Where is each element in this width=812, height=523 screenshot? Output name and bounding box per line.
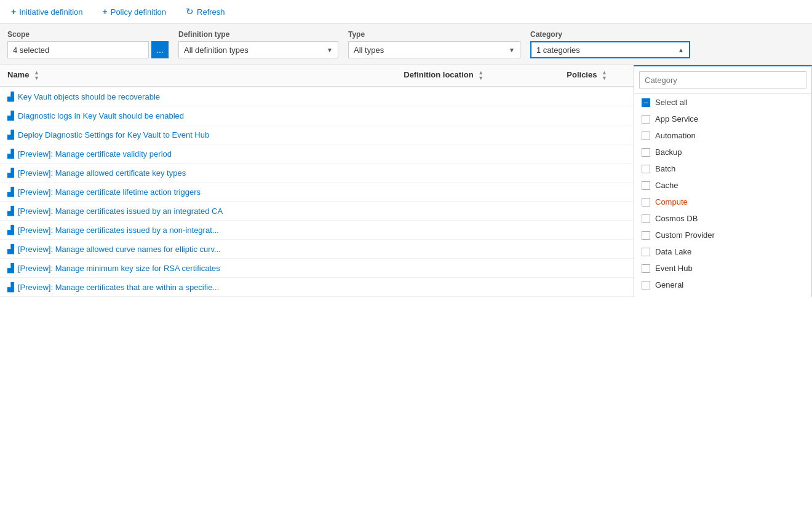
cell-name-2: ▟ Deploy Diagnostic Settings for Key Vau… xyxy=(0,125,396,144)
category-search-area xyxy=(634,66,811,94)
policy-icon-10: ▟ xyxy=(7,282,14,292)
scope-input[interactable] xyxy=(7,41,149,58)
cell-name-10: ▟ [Preview]: Manage certificates that ar… xyxy=(0,278,396,297)
scope-ellipsis-button[interactable]: ... xyxy=(151,41,169,58)
cell-defloc-0 xyxy=(396,87,559,106)
category-label-10: Event Hub xyxy=(655,264,804,273)
category-item[interactable]: Custom Provider xyxy=(634,227,811,243)
category-item[interactable]: Cosmos DB xyxy=(634,210,811,227)
checkbox-6 xyxy=(642,198,650,206)
category-panel: – Select all App Service Automation Back… xyxy=(634,65,812,297)
col-name[interactable]: Name ▲▼ xyxy=(0,65,396,87)
category-value: 1 categories xyxy=(536,45,580,55)
col-definition-location[interactable]: Definition location ▲▼ xyxy=(396,65,559,87)
initiative-definition-button[interactable]: + Initiative definition xyxy=(7,4,87,19)
definition-type-value: All definition types xyxy=(184,45,249,55)
category-item[interactable]: Automation xyxy=(634,127,811,144)
checkbox-9 xyxy=(642,248,650,256)
checkbox-0: – xyxy=(642,98,650,107)
refresh-button[interactable]: ↻ Refresh xyxy=(182,4,229,20)
refresh-label: Refresh xyxy=(197,7,225,17)
category-label-0: Select all xyxy=(655,98,804,107)
policy-icon-9: ▟ xyxy=(7,263,14,273)
cell-name-9: ▟ [Preview]: Manage minimum key size for… xyxy=(0,259,396,278)
row-name-link-5[interactable]: ▟ [Preview]: Manage certificate lifetime… xyxy=(7,187,389,197)
category-item[interactable]: – Select all xyxy=(634,94,811,111)
cell-name-0: ▟ Key Vault objects should be recoverabl… xyxy=(0,87,396,106)
row-name-link-7[interactable]: ▟ [Preview]: Manage certificates issued … xyxy=(7,225,389,235)
cell-name-4: ▟ [Preview]: Manage allowed certificate … xyxy=(0,163,396,183)
type-label: Type xyxy=(348,30,520,39)
category-item[interactable]: General xyxy=(634,277,811,293)
policy-icon-0: ▟ xyxy=(7,92,14,101)
cell-defloc-3 xyxy=(396,144,559,163)
checkbox-10 xyxy=(642,264,650,273)
category-item[interactable]: Backup xyxy=(634,144,811,160)
category-item[interactable]: App Service xyxy=(634,111,811,127)
category-filter: Category 1 categories ▲ xyxy=(530,30,690,58)
category-item[interactable]: Guest Configuration xyxy=(634,293,811,297)
cell-name-1: ▟ Diagnostic logs in Key Vault should be… xyxy=(0,106,396,125)
category-label-4: Batch xyxy=(655,164,804,173)
type-dropdown[interactable]: All types ▼ xyxy=(348,41,520,58)
category-item[interactable]: Data Lake xyxy=(634,243,811,260)
policy-icon-3: ▟ xyxy=(7,149,14,159)
sort-icon-policies: ▲▼ xyxy=(602,70,607,81)
chevron-up-icon: ▲ xyxy=(678,47,684,53)
definition-type-label: Definition type xyxy=(178,30,338,39)
refresh-icon: ↻ xyxy=(186,6,194,17)
sort-icon-name: ▲▼ xyxy=(34,70,39,81)
category-dropdown[interactable]: 1 categories ▲ xyxy=(530,41,690,58)
category-item[interactable]: Compute xyxy=(634,194,811,210)
scope-filter: Scope ... xyxy=(7,30,169,58)
checkbox-2 xyxy=(642,132,650,140)
row-name-link-2[interactable]: ▟ Deploy Diagnostic Settings for Key Vau… xyxy=(7,130,389,140)
sort-icon-defloc: ▲▼ xyxy=(478,70,484,81)
category-label-1: App Service xyxy=(655,114,804,124)
checkbox-3 xyxy=(642,148,650,157)
row-name-link-10[interactable]: ▟ [Preview]: Manage certificates that ar… xyxy=(7,282,389,292)
category-label-2: Automation xyxy=(655,131,804,140)
definition-type-dropdown[interactable]: All definition types ▼ xyxy=(178,41,338,58)
row-name-link-4[interactable]: ▟ [Preview]: Manage allowed certificate … xyxy=(7,168,389,178)
cell-defloc-5 xyxy=(396,183,559,202)
cell-name-6: ▟ [Preview]: Manage certificates issued … xyxy=(0,202,396,221)
checkbox-5 xyxy=(642,181,650,190)
policy-icon-8: ▟ xyxy=(7,244,14,254)
category-label-8: Custom Provider xyxy=(655,230,804,240)
cell-defloc-1 xyxy=(396,106,559,125)
row-name-link-9[interactable]: ▟ [Preview]: Manage minimum key size for… xyxy=(7,263,389,273)
category-item[interactable]: Event Hub xyxy=(634,260,811,277)
cell-defloc-10 xyxy=(396,278,559,297)
checkbox-4 xyxy=(642,165,650,173)
category-item[interactable]: Batch xyxy=(634,160,811,177)
checkbox-7 xyxy=(642,214,650,223)
chevron-down-icon-2: ▼ xyxy=(509,47,515,53)
policy-icon-2: ▟ xyxy=(7,130,14,140)
category-label-11: General xyxy=(655,280,804,289)
category-search-input[interactable] xyxy=(639,71,806,88)
row-name-link-6[interactable]: ▟ [Preview]: Manage certificates issued … xyxy=(7,206,389,216)
category-label-6: Compute xyxy=(655,197,804,206)
policy-icon-4: ▟ xyxy=(7,168,14,178)
scope-input-row: ... xyxy=(7,41,169,58)
policy-icon-5: ▟ xyxy=(7,187,14,197)
category-label: Category xyxy=(530,30,690,39)
category-item[interactable]: Cache xyxy=(634,177,811,194)
cell-defloc-8 xyxy=(396,240,559,259)
category-label-5: Cache xyxy=(655,181,804,190)
cell-name-8: ▟ [Preview]: Manage allowed curve names … xyxy=(0,240,396,259)
checkbox-11 xyxy=(642,281,650,289)
policy-definition-button[interactable]: + Policy definition xyxy=(99,4,170,19)
chevron-down-icon: ▼ xyxy=(327,47,333,53)
initiative-definition-label: Initiative definition xyxy=(19,7,82,17)
row-name-link-3[interactable]: ▟ [Preview]: Manage certificate validity… xyxy=(7,149,389,159)
type-value: All types xyxy=(354,45,384,55)
policy-definition-label: Policy definition xyxy=(111,7,166,17)
row-name-link-0[interactable]: ▟ Key Vault objects should be recoverabl… xyxy=(7,92,389,101)
plus-icon: + xyxy=(11,7,16,17)
cell-name-5: ▟ [Preview]: Manage certificate lifetime… xyxy=(0,183,396,202)
row-name-link-1[interactable]: ▟ Diagnostic logs in Key Vault should be… xyxy=(7,111,389,120)
policy-icon-1: ▟ xyxy=(7,111,14,120)
row-name-link-8[interactable]: ▟ [Preview]: Manage allowed curve names … xyxy=(7,244,389,254)
